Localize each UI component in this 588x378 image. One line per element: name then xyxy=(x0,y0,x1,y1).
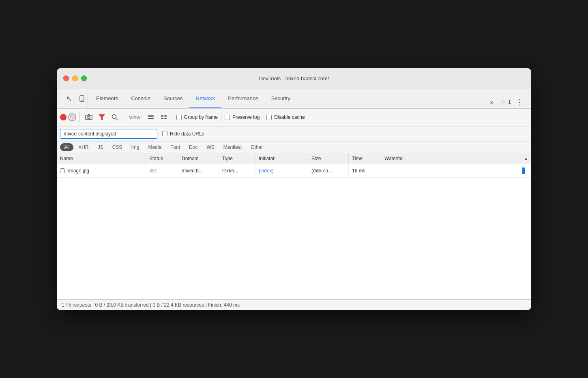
cell-type: text/h... xyxy=(219,164,255,177)
disable-cache-toggle[interactable]: Disable cache xyxy=(266,114,305,120)
cell-initiator: (index) xyxy=(255,164,308,177)
device-mode-btn[interactable] xyxy=(76,93,88,104)
initiator-link[interactable]: (index) xyxy=(259,168,274,174)
cell-time: 16 ms xyxy=(349,164,381,177)
header-type[interactable]: Type xyxy=(219,153,255,164)
hide-data-urls-label: Hide data URLs xyxy=(170,131,204,137)
filter-type-img[interactable]: Img xyxy=(127,143,143,151)
network-toolbar: View: Group by frame xyxy=(57,109,531,127)
header-status[interactable]: Status xyxy=(146,153,178,164)
preserve-log-toggle[interactable]: Preserve log xyxy=(225,114,260,120)
filter-type-xhr[interactable]: XHR xyxy=(74,143,92,151)
tab-elements[interactable]: Elements xyxy=(90,89,124,108)
filter-type-js[interactable]: JS xyxy=(94,143,107,151)
group-by-frame-label: Group by frame xyxy=(184,114,218,120)
group-by-frame-checkbox[interactable] xyxy=(176,115,182,120)
svg-rect-1 xyxy=(81,100,83,101)
filter-type-media[interactable]: Media xyxy=(144,143,165,151)
svg-point-8 xyxy=(112,115,116,119)
filter-type-doc[interactable]: Doc xyxy=(185,143,202,151)
titlebar: DevTools - mixed.badssl.com/ xyxy=(57,68,531,89)
header-size[interactable]: Size xyxy=(308,153,349,164)
svg-rect-4 xyxy=(86,115,92,120)
hide-data-urls-checkbox[interactable] xyxy=(162,131,167,136)
status-text: 1 / 5 requests | 0 B / 23.0 KB transferr… xyxy=(62,302,240,308)
filter-type-bar: All XHR JS CSS Img Media Font Doc WS Man… xyxy=(57,142,531,153)
tab-console[interactable]: Console xyxy=(124,89,157,108)
svg-marker-7 xyxy=(99,114,105,120)
separator-1 xyxy=(79,112,80,122)
hide-data-urls-toggle[interactable]: Hide data URLs xyxy=(162,131,204,137)
search-button[interactable] xyxy=(109,112,120,123)
tabs-bar: ↖ Elements Console Sources Network Perfo… xyxy=(57,89,531,109)
filter-type-other[interactable]: Other xyxy=(247,143,267,151)
view-label: View: xyxy=(129,114,142,120)
sort-arrow-icon: ▲ xyxy=(524,156,528,161)
cell-domain: mixed.b... xyxy=(178,164,219,177)
header-initiator[interactable]: Initiator xyxy=(255,153,308,164)
header-time[interactable]: Time xyxy=(349,153,381,164)
separator-2 xyxy=(124,112,124,122)
status-bar: 1 / 5 requests | 0 B / 23.0 KB transferr… xyxy=(57,299,531,310)
minimize-button[interactable] xyxy=(72,75,78,81)
close-button[interactable] xyxy=(63,75,69,81)
stop-button[interactable] xyxy=(68,113,76,121)
warning-badge[interactable]: ⚠ 1 xyxy=(501,98,511,106)
filter-type-font[interactable]: Font xyxy=(166,143,184,151)
view-grid-btn[interactable] xyxy=(145,112,157,123)
cell-size: (disk ca... xyxy=(308,164,349,177)
screenshot-button[interactable] xyxy=(83,112,94,123)
svg-rect-13 xyxy=(161,115,163,116)
svg-rect-15 xyxy=(161,116,163,117)
disable-cache-checkbox[interactable] xyxy=(266,115,272,120)
svg-rect-0 xyxy=(80,96,84,101)
network-table: Name Status Domain Type Initiator Size T… xyxy=(57,153,531,299)
svg-rect-14 xyxy=(164,115,167,116)
svg-rect-12 xyxy=(148,118,154,119)
svg-line-3 xyxy=(71,116,73,118)
more-menu-btn[interactable]: ⋮ xyxy=(514,96,525,108)
preserve-log-label: Preserve log xyxy=(232,114,260,120)
view-tree-btn[interactable] xyxy=(158,112,170,123)
maximize-button[interactable] xyxy=(81,75,87,81)
record-button[interactable] xyxy=(60,114,67,120)
filter-type-manifest[interactable]: Manifest xyxy=(219,143,246,151)
header-domain[interactable]: Domain xyxy=(178,153,219,164)
warning-count: 1 xyxy=(508,99,511,105)
header-waterfall[interactable]: Waterfall ▲ xyxy=(381,153,531,164)
filter-type-ws[interactable]: WS xyxy=(202,143,218,151)
empty-area xyxy=(57,178,531,299)
group-by-frame-toggle[interactable]: Group by frame xyxy=(176,114,218,120)
tab-tools: ↖ xyxy=(60,89,88,108)
cell-status: 301 xyxy=(146,164,178,177)
svg-line-9 xyxy=(116,118,118,120)
tab-performance[interactable]: Performance xyxy=(221,89,264,108)
svg-rect-11 xyxy=(148,116,154,117)
svg-rect-17 xyxy=(161,118,163,119)
filter-button[interactable] xyxy=(96,112,107,123)
tab-network[interactable]: Network xyxy=(189,89,222,108)
svg-rect-16 xyxy=(164,116,167,117)
waterfall-bar xyxy=(522,168,525,174)
tab-security[interactable]: Security xyxy=(265,89,297,108)
filter-type-css[interactable]: CSS xyxy=(108,143,127,151)
filter-type-all[interactable]: All xyxy=(60,143,73,151)
cursor-tool-btn[interactable]: ↖ xyxy=(63,93,75,104)
header-name[interactable]: Name xyxy=(57,153,146,164)
disable-cache-label: Disable cache xyxy=(274,114,305,120)
tab-sources[interactable]: Sources xyxy=(157,89,189,108)
window-title: DevTools - mixed.badssl.com/ xyxy=(259,75,329,82)
table-body: image.jpg 301 mixed.b... text/h... (inde… xyxy=(57,164,531,178)
more-tabs-btn[interactable]: » xyxy=(486,97,498,108)
row-checkbox[interactable] xyxy=(60,168,65,173)
filter-input[interactable] xyxy=(60,129,157,139)
separator-3 xyxy=(173,112,173,122)
cell-waterfall xyxy=(381,164,531,177)
table-row[interactable]: image.jpg 301 mixed.b... text/h... (inde… xyxy=(57,164,531,178)
preserve-log-checkbox[interactable] xyxy=(225,115,230,120)
tabs-right: » ⚠ 1 ⋮ xyxy=(486,96,528,108)
svg-point-5 xyxy=(88,116,90,119)
traffic-lights xyxy=(63,75,87,81)
separator-4 xyxy=(221,112,221,122)
filter-bar: Hide data URLs xyxy=(57,127,531,142)
